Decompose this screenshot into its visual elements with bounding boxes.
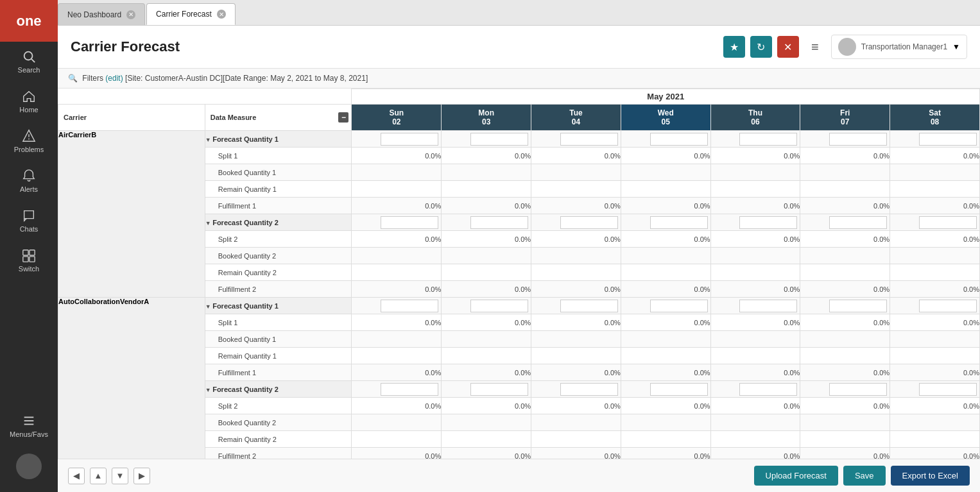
- tab-neo-dashboard[interactable]: Neo Dashboard ✕: [58, 3, 145, 25]
- data-cell: 0.0%: [710, 364, 800, 381]
- forecast-input[interactable]: [381, 133, 438, 146]
- avatar: [16, 454, 42, 479]
- forecast-input-cell[interactable]: [800, 381, 890, 398]
- forecast-input-cell[interactable]: [531, 298, 621, 314]
- filters-edit-link[interactable]: (edit): [105, 74, 123, 83]
- forecast-input[interactable]: [739, 133, 797, 146]
- save-button[interactable]: Save: [843, 466, 886, 486]
- forecast-input-cell[interactable]: [531, 381, 621, 398]
- forecast-input-cell[interactable]: [710, 214, 800, 231]
- sidebar-item-home[interactable]: Home: [0, 81, 58, 121]
- forecast-input-cell[interactable]: [621, 131, 710, 148]
- forecast-input-cell[interactable]: [710, 131, 800, 148]
- forecast-input-cell[interactable]: [710, 298, 800, 314]
- forecast-input[interactable]: [470, 383, 528, 396]
- data-cell: [621, 331, 710, 348]
- forecast-input[interactable]: [919, 300, 977, 312]
- forecast-input[interactable]: [560, 133, 618, 146]
- sidebar-item-chats[interactable]: Chats: [0, 201, 58, 241]
- forecast-input-cell[interactable]: [710, 381, 800, 398]
- group-header-cell[interactable]: Forecast Quantity 2: [205, 214, 352, 231]
- forecast-input[interactable]: [650, 216, 708, 229]
- upload-forecast-button[interactable]: Upload Forecast: [754, 466, 838, 486]
- forecast-input-cell[interactable]: [352, 131, 442, 148]
- forecast-input[interactable]: [829, 300, 887, 312]
- user-name-label: Transportation Manager1: [861, 42, 947, 51]
- forecast-input[interactable]: [650, 133, 708, 146]
- refresh-button[interactable]: ↻: [750, 36, 772, 58]
- forecast-input-cell[interactable]: [890, 298, 980, 314]
- forecast-input[interactable]: [739, 216, 797, 229]
- close-button[interactable]: ✕: [777, 36, 799, 58]
- sidebar-item-problems[interactable]: Problems: [0, 121, 58, 161]
- group-header-cell[interactable]: Forecast Quantity 1: [205, 298, 352, 314]
- forecast-input-cell[interactable]: [890, 214, 980, 231]
- forecast-input[interactable]: [919, 383, 977, 396]
- data-cell: [800, 181, 890, 198]
- forecast-input[interactable]: [381, 383, 438, 396]
- forecast-input[interactable]: [829, 133, 887, 146]
- data-cell: 0.0%: [890, 148, 980, 164]
- data-cell: 0.0%: [352, 231, 442, 248]
- forecast-input-cell[interactable]: [442, 214, 531, 231]
- forecast-input-cell[interactable]: [621, 381, 710, 398]
- forecast-input[interactable]: [470, 216, 528, 229]
- forecast-input-cell[interactable]: [531, 131, 621, 148]
- favorite-button[interactable]: ★: [723, 36, 745, 58]
- tab-carrier-forecast[interactable]: Carrier Forecast ✕: [146, 3, 236, 25]
- forecast-input-cell[interactable]: [890, 131, 980, 148]
- forecast-input[interactable]: [650, 383, 708, 396]
- forecast-input[interactable]: [470, 133, 528, 146]
- col-header-sat08: Sat08: [890, 105, 980, 131]
- forecast-input-cell[interactable]: [442, 381, 531, 398]
- forecast-input[interactable]: [470, 300, 528, 312]
- nav-next-button[interactable]: ▼: [112, 468, 128, 484]
- data-cell: [352, 431, 442, 448]
- tab-neo-dashboard-close[interactable]: ✕: [126, 10, 135, 19]
- menu-button[interactable]: ≡: [804, 36, 826, 58]
- forecast-input[interactable]: [919, 133, 977, 146]
- data-cell: 0.0%: [442, 231, 531, 248]
- forecast-input-cell[interactable]: [800, 214, 890, 231]
- forecast-input-cell[interactable]: [800, 131, 890, 148]
- export-button[interactable]: Export to Excel: [891, 466, 970, 486]
- forecast-input[interactable]: [381, 216, 438, 229]
- sidebar-item-menus[interactable]: Menus/Favs: [0, 406, 58, 446]
- sidebar-item-avatar[interactable]: [0, 446, 58, 492]
- nav-last-button[interactable]: ▶: [133, 468, 150, 484]
- grid-container[interactable]: May 2021 Carrier Data Measure − Sun02 Mo…: [58, 89, 980, 459]
- forecast-input-cell[interactable]: [442, 298, 531, 314]
- forecast-input-cell[interactable]: [800, 298, 890, 314]
- group-header-cell[interactable]: Forecast Quantity 2: [205, 381, 352, 398]
- forecast-input-cell[interactable]: [352, 298, 442, 314]
- forecast-input-cell[interactable]: [531, 214, 621, 231]
- forecast-input-cell[interactable]: [621, 298, 710, 314]
- forecast-input[interactable]: [829, 216, 887, 229]
- forecast-input-cell[interactable]: [352, 214, 442, 231]
- forecast-input[interactable]: [560, 300, 618, 312]
- sidebar-item-search[interactable]: Search: [0, 42, 58, 81]
- sidebar-item-alerts[interactable]: Alerts: [0, 161, 58, 201]
- forecast-input-cell[interactable]: [890, 381, 980, 398]
- forecast-input[interactable]: [560, 383, 618, 396]
- forecast-input[interactable]: [739, 300, 797, 312]
- forecast-input-cell[interactable]: [352, 381, 442, 398]
- sidebar-item-switch[interactable]: Switch: [0, 241, 58, 280]
- measure-cell: Fulfillment 2: [205, 281, 352, 298]
- forecast-input-cell[interactable]: [442, 131, 531, 148]
- forecast-input[interactable]: [829, 383, 887, 396]
- forecast-input[interactable]: [381, 300, 438, 312]
- forecast-input-cell[interactable]: [621, 214, 710, 231]
- forecast-input[interactable]: [739, 383, 797, 396]
- nav-first-button[interactable]: ◀: [68, 468, 85, 484]
- group-header-cell[interactable]: Forecast Quantity 1: [205, 131, 352, 148]
- user-dropdown[interactable]: Transportation Manager1 ▼: [831, 35, 967, 59]
- nav-prev-button[interactable]: ▲: [90, 468, 107, 484]
- forecast-input[interactable]: [650, 300, 708, 312]
- filters-bar: 🔍 Filters (edit) [Site: CustomerA-Austin…: [58, 69, 980, 89]
- tab-carrier-forecast-close[interactable]: ✕: [217, 10, 226, 19]
- forecast-input[interactable]: [919, 216, 977, 229]
- forecast-input[interactable]: [560, 216, 618, 229]
- data-cell: [352, 248, 442, 264]
- collapse-button[interactable]: −: [338, 112, 348, 123]
